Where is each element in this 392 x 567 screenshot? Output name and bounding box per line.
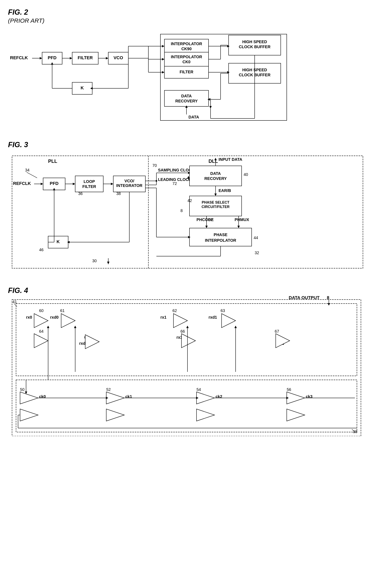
svg-marker-98 [47,326,49,328]
fig4-n67: 67 [275,329,279,333]
fig3-phase-interp-label1: PHASE [214,233,228,237]
svg-marker-18 [162,45,164,47]
fig4-n66: 66 [181,329,185,333]
fig4-ck-box [16,380,357,432]
fig3-dll-label: DLL [209,158,218,164]
fig4-ck2-triangle [196,392,215,404]
fig4-rxd0-triangle [61,313,75,328]
fig3-n30: 30 [92,259,97,263]
fig4-n8-label: 8 [327,296,329,300]
fig2-pfd-label: PFD [48,55,56,60]
fig2-data-recovery-block [164,90,209,106]
svg-marker-102 [186,326,189,328]
fig3-loop-filter-label2: FILTER [83,184,96,189]
fig2-interp-ck90-label2: CK90 [181,46,192,51]
fig2-subtitle: (PRIOR ART) [8,17,384,24]
fig3-n70: 70 [152,163,157,168]
svg-marker-3 [70,57,72,60]
fig3-vco-label2: INTEGRATOR [116,183,142,188]
fig2-diagram: REFCLK PFD FILTER VCO K [8,28,369,129]
fig3-ear-b: EAR/B [219,188,231,193]
svg-marker-100 [74,326,76,328]
fig3-n38: 38 [116,191,121,196]
fig4-rx0-triangle [34,313,48,328]
fig3-n40: 40 [244,172,248,177]
fig3-n44: 44 [254,236,258,240]
fig4-ck4-triangle [20,409,38,421]
fig3-pfd-label: PFD [50,181,58,186]
fig4-rxd2-triangle [85,335,99,349]
fig2-filter2-label: FILTER [180,70,194,74]
fig4-ck1-triangle [106,392,124,404]
fig4-data-output-label: DATA OUTPUT [289,296,320,300]
fig4-rxd0-label: rxd0 [50,315,58,319]
svg-marker-5 [106,57,108,60]
fig3-loop-filter-block [75,176,103,192]
fig2-interp-ck90-label1: INTERPOLATOR [171,42,202,46]
fig3-vco-label1: VCO/ [125,179,134,183]
fig2-data-recovery-label1: DATA [181,94,192,98]
fig3-phase-select-label1: PHASE SELECT [202,200,229,204]
fig4-n62: 62 [172,308,177,313]
fig4-rx3-triangle [182,334,196,348]
fig3-phmux: PHMUX [235,217,249,222]
fig4-n56: 56 [287,387,291,392]
svg-marker-61 [214,194,217,196]
fig3-phase-interp-block [189,228,252,246]
fig4-diagram: 41 DATA OUTPUT 8 38 rx0 60 rxd0 61 [8,296,369,436]
fig3-n8: 8 [181,209,183,213]
fig3-diagram: PLL DLL REFCLK 34 PFD LOOP FILTER 36 [8,150,369,274]
fig4-rxd1-triangle [222,313,236,328]
fig3-pll-label: PLL [48,158,57,164]
fig3-title: FIG. 3 [8,141,384,149]
fig2-title: FIG. 2 [8,8,384,16]
svg-marker-79 [107,262,110,264]
fig4-ck3-triangle [287,392,305,404]
svg-marker-34 [209,106,212,108]
fig4-rxd1-label: rxd1 [209,315,217,319]
fig4-rx1-triangle [173,313,187,328]
fig3-n72: 72 [172,181,177,186]
fig2-refclk: REFCLK [10,55,28,60]
fig3-k-label: K [56,239,60,244]
svg-marker-20 [162,58,164,60]
fig2-data-label: DATA [188,115,199,119]
fig4-n64: 64 [39,329,43,333]
fig3-n36: 36 [78,191,83,196]
svg-marker-45 [73,183,75,185]
fig2-section: FIG. 2 (PRIOR ART) REFCLK PFD FILTER VCO [8,8,384,129]
fig4-ck5-triangle [106,409,124,421]
fig2-vco-label: VCO [113,55,123,60]
fig3-input-data: INPUT DATA [219,157,242,162]
fig4-rx2-triangle [34,334,48,348]
fig4-n63: 63 [221,308,225,313]
fig2-interp-ck0-block [164,52,209,66]
fig2-interp-ck90-block [164,39,209,53]
fig4-n61: 61 [60,308,65,313]
fig3-data-recovery-label2: RECOVERY [204,176,227,181]
fig4-n41: 41 [13,299,17,304]
page: FIG. 2 (PRIOR ART) REFCLK PFD FILTER VCO [8,8,384,436]
fig4-title: FIG. 4 [8,286,384,295]
fig4-n38-label: 38 [353,430,357,434]
fig3-phase-interp-label2: INTERPOLATOR [205,238,236,242]
fig4-rx0-label: rx0 [26,315,32,319]
svg-marker-65 [238,226,240,228]
fig3-loop-filter-label1: LOOP [84,179,95,184]
svg-marker-42 [41,183,43,185]
fig3-phase-select-label2: CIRCUIT/FILTER [201,205,230,209]
fig4-ck6-triangle [196,409,215,421]
svg-marker-22 [162,71,164,74]
fig2-k-label: K [81,85,84,90]
fig2-hscb1-label1: HIGH SPEED [242,40,267,44]
svg-line-43 [27,172,37,178]
fig2-filter-label: FILTER [78,55,93,60]
fig3-n82: 82 [209,217,213,222]
svg-marker-63 [205,226,208,228]
fig3-sampling-clock: SAMPLING CLOCK [158,168,195,172]
fig3-n34: 34 [25,168,29,172]
fig4-n52: 52 [106,387,111,392]
svg-marker-82 [328,303,330,306]
svg-marker-104 [234,326,237,328]
fig4-n54: 54 [196,387,201,392]
